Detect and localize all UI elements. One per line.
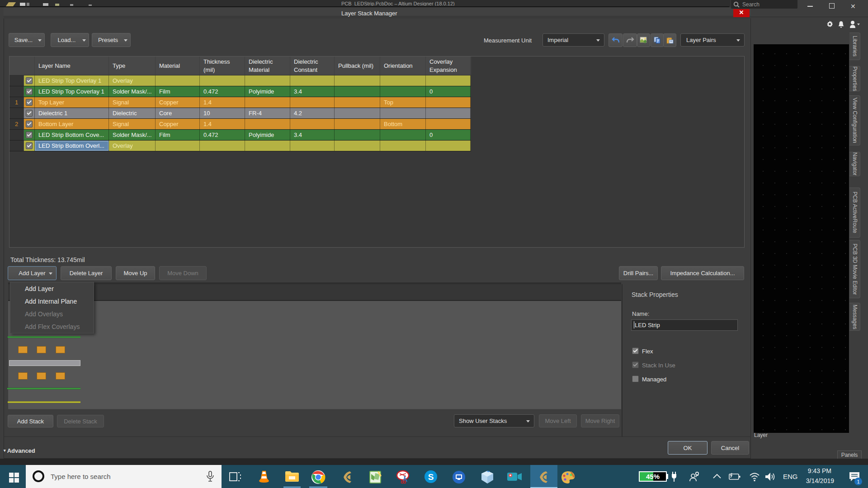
svg-text:S: S <box>428 472 434 482</box>
